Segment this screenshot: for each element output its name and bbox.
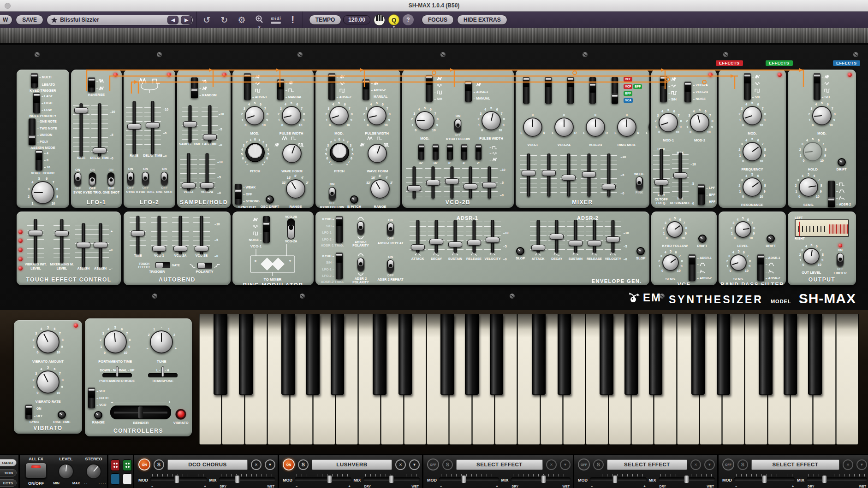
effect-menu-button[interactable]: ▼ <box>560 459 571 470</box>
black-key[interactable] <box>331 314 345 395</box>
slider-cap[interactable] <box>482 182 496 188</box>
switch-body[interactable] <box>465 81 472 102</box>
quantize-button[interactable]: Q▼ <box>388 14 399 25</box>
slider-cap[interactable] <box>673 172 687 178</box>
slider-vco-1[interactable]: VCO-1 <box>180 155 197 194</box>
slider-cap[interactable] <box>29 230 42 236</box>
route-switch[interactable] <box>545 77 552 104</box>
knob-mod[interactable]: 012345678910MOD. <box>409 105 440 141</box>
effects-badge[interactable]: EFFECTS <box>716 60 743 66</box>
mini-knob-slop[interactable]: SLOP <box>636 246 646 261</box>
slider-track[interactable] <box>574 220 577 253</box>
switch-body[interactable] <box>36 150 42 171</box>
level-knob[interactable] <box>58 464 74 479</box>
slider-ctl[interactable] <box>541 155 557 195</box>
knob-range[interactable]: 32'16'8'4'2'RANGE <box>280 173 311 208</box>
knob-mod[interactable]: 012345678910MOD. <box>737 100 768 136</box>
knob-frequency[interactable]: 012345678910FREQUENCY <box>737 136 768 172</box>
switch-body[interactable] <box>828 181 835 207</box>
slider-cap[interactable] <box>522 170 535 176</box>
knob-vco-1[interactable]: 0LRVCO-1 <box>517 112 548 147</box>
slider-cap[interactable] <box>426 180 440 186</box>
slider-vco-2a[interactable]: VCO-2A <box>199 155 215 194</box>
black-key[interactable] <box>214 314 227 395</box>
effect-name[interactable]: SELECT EFFECT <box>456 459 543 470</box>
knob-tune[interactable]: 21·12−+TUNE <box>144 324 179 364</box>
slider-cap[interactable] <box>464 183 477 189</box>
slider-cap[interactable] <box>94 242 107 248</box>
slider-lag-time[interactable]: LAG TIME <box>202 107 218 146</box>
preset-prev-button[interactable]: ◀ <box>167 16 178 24</box>
slider-ctl[interactable] <box>560 155 577 195</box>
black-key[interactable] <box>532 314 546 395</box>
effect-name[interactable]: LUSHVERB <box>312 459 392 470</box>
mini-knob-drift[interactable]: DRIFT <box>766 234 776 248</box>
slider-cap[interactable] <box>93 147 107 153</box>
mod-slider[interactable]: −+ <box>439 473 499 487</box>
wave-selector[interactable]: 32' <box>418 144 424 165</box>
side-tab-ects[interactable]: ECTS <box>0 479 17 487</box>
switch-body[interactable] <box>336 216 343 243</box>
switch-body[interactable] <box>29 118 36 145</box>
effect-name[interactable]: SELECT EFFECT <box>607 459 687 470</box>
slider-sustain[interactable]: SUSTAIN <box>447 222 464 261</box>
slider-track[interactable] <box>34 219 37 263</box>
slider-cap[interactable] <box>200 182 214 188</box>
switch-saw-adsr-1-manual[interactable]: ––ADSR-1–MANUAL <box>465 81 490 102</box>
window-control[interactable] <box>5 3 11 9</box>
effects-badge[interactable]: EFFECTS <box>766 60 793 66</box>
remove-effect-button[interactable]: × <box>251 459 262 470</box>
vibrato-button[interactable]: VIBRATO <box>173 409 189 425</box>
solo-button[interactable]: S <box>593 459 604 470</box>
slider-cap[interactable] <box>445 178 459 184</box>
effect-power-button[interactable]: OFF <box>427 459 439 470</box>
knob-mod-2[interactable]: 012345678910MOD-2 <box>684 107 715 143</box>
preset-next-button[interactable]: ▶ <box>181 16 192 24</box>
switch-saw-sine-square-s-h[interactable]: ––––S/H <box>660 76 677 102</box>
effect-power-button[interactable]: ON <box>283 459 295 470</box>
route-switch[interactable] <box>612 77 618 104</box>
knob-wave-form[interactable]: WAVE FORM <box>362 138 393 174</box>
toggle-one-shot[interactable]: ONOFFONE SHOT <box>156 167 173 194</box>
lever-portamento-mode[interactable]: DOWN - NORMAL - UPPORTAMENTO MODE <box>99 369 135 383</box>
switch-body[interactable] <box>698 184 705 205</box>
undo-icon[interactable]: ↺ <box>201 16 213 24</box>
knob-unison-detune[interactable]: 12345678910UNISON DETUNE <box>25 175 60 208</box>
color-pad[interactable] <box>111 473 120 485</box>
black-key[interactable] <box>784 314 797 395</box>
slider-cap[interactable] <box>602 184 616 190</box>
switch-body[interactable] <box>684 82 691 102</box>
mod-slider[interactable]: −+ <box>734 473 795 487</box>
toggle-sync[interactable]: ONOFFSYNC <box>73 168 82 194</box>
knob-range[interactable]: 32'16'8'4'2'RANGE <box>364 173 396 208</box>
switch-saw-sine-square-adsr-2[interactable]: ––––ADSR-2 <box>328 73 351 100</box>
slider-cap[interactable] <box>486 237 499 243</box>
help-button[interactable]: ? <box>403 14 414 25</box>
keyboard-panel-button[interactable] <box>374 14 385 26</box>
slider-decay[interactable]: DECAY <box>548 222 565 261</box>
switch-body[interactable] <box>689 254 696 281</box>
slider-velocity[interactable]: VELOCITY <box>484 222 501 261</box>
slider-track[interactable] <box>607 153 611 197</box>
remove-effect-button[interactable]: × <box>546 459 557 470</box>
toggle-body[interactable] <box>142 172 149 186</box>
toggle-body[interactable] <box>837 253 844 267</box>
slider-cap[interactable] <box>77 242 90 248</box>
slider-cap[interactable] <box>550 234 564 240</box>
toggle-body[interactable] <box>161 172 168 186</box>
slider-ctl[interactable] <box>425 168 441 197</box>
hide-extras-button[interactable]: HIDE EXTRAS <box>457 15 507 25</box>
wave-selector[interactable]: 4' <box>461 144 467 165</box>
switch-adsr-2-trig[interactable]: –KYBD–S/H–LFO-1–LFO-2ADSR-2 TRIG. <box>321 253 344 284</box>
view-button-partial[interactable]: W <box>0 15 12 25</box>
knob-vco-2b[interactable]: 0LRVCO-2B <box>580 112 611 147</box>
switch-vcf-both-vco[interactable]: –VCF–BOTH–VCO <box>88 388 108 408</box>
slider-sustain[interactable]: SUSTAIN <box>567 222 584 261</box>
knob-noise[interactable]: 0LRNOISE <box>642 112 649 147</box>
switch-body[interactable] <box>235 184 242 205</box>
knob-level[interactable]: 012345678910LEVEL <box>729 215 757 248</box>
slider-cap[interactable] <box>411 244 425 250</box>
slider-release[interactable]: RELEASE <box>466 222 482 261</box>
toggle-kybd-follow[interactable]: ONOFFKYBD FOLLOW <box>320 182 344 208</box>
solo-button[interactable]: S <box>298 459 309 470</box>
